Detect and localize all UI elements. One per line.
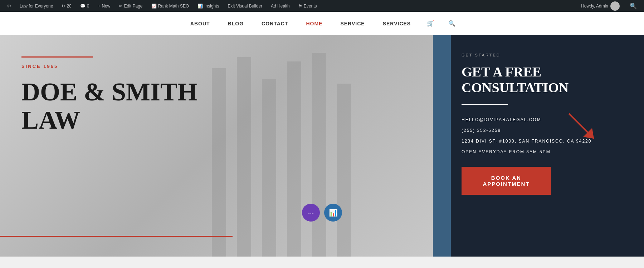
- updates-item[interactable]: ↻ 20: [58, 0, 75, 12]
- avatar: [610, 1, 620, 11]
- new-label: New: [102, 4, 110, 9]
- comments-count: 0: [87, 4, 89, 9]
- dark-sidebar: [433, 35, 451, 257]
- consultation-title: GET A FREE CONSULTATION: [462, 64, 623, 95]
- firm-name-line1: DOE & SMITH: [21, 78, 197, 106]
- hero-background: [0, 35, 433, 257]
- wp-icon: ⚙: [7, 4, 11, 9]
- nav-services[interactable]: Services: [381, 21, 413, 26]
- red-arrow: [562, 106, 605, 149]
- consultation-panel: GET STARTED GET A FREE CONSULTATION HELL…: [433, 35, 644, 257]
- pencil-icon: ✏: [119, 4, 122, 9]
- exit-builder-label: Exit Visual Builder: [228, 4, 263, 9]
- edit-page-item[interactable]: ✏ Edit Page: [115, 0, 146, 12]
- comment-icon: 💬: [80, 4, 86, 9]
- rank-math-item[interactable]: 📈 Rank Math SEO: [148, 0, 193, 12]
- exit-builder-item[interactable]: Exit Visual Builder: [224, 0, 266, 12]
- firm-name: DOE & SMITH LAW: [21, 78, 197, 134]
- howdy-label: Howdy, Admin: [581, 4, 608, 9]
- hero-columns: [130, 35, 433, 257]
- admin-bar: ⚙ Law for Everyone ↻ 20 💬 0 + New ✏ Edit…: [0, 0, 644, 12]
- column-4: [287, 61, 301, 257]
- nav-about[interactable]: About: [189, 21, 212, 26]
- plus-icon: +: [98, 4, 100, 9]
- firm-name-line2: LAW: [21, 106, 197, 134]
- howdy-item[interactable]: Howdy, Admin: [577, 0, 623, 12]
- hero-panel: SINCE 1965 DOE & SMITH LAW: [0, 35, 433, 257]
- divider-line: [462, 104, 508, 105]
- floating-buttons: ··· 📊: [302, 204, 342, 222]
- ad-health-item[interactable]: Ad Health: [267, 0, 293, 12]
- red-line-top: [21, 56, 93, 58]
- new-item[interactable]: + New: [94, 0, 114, 12]
- column-1: [212, 68, 226, 257]
- insights-icon: 📊: [197, 4, 203, 9]
- site-name-item[interactable]: Law for Everyone: [16, 0, 57, 12]
- since-text: SINCE 1965: [21, 64, 58, 69]
- admin-bar-right: Howdy, Admin 🔍: [577, 0, 640, 12]
- red-line-bottom: [0, 236, 233, 237]
- nav-service[interactable]: Service: [338, 21, 366, 26]
- column-3: [262, 79, 276, 257]
- nav-home[interactable]: Home: [304, 21, 324, 26]
- column-2: [237, 57, 251, 257]
- edit-page-label: Edit Page: [124, 4, 142, 9]
- get-started-label: GET STARTED: [462, 53, 623, 57]
- book-appointment-button[interactable]: Book An Appointment: [462, 167, 551, 195]
- nav-search-icon[interactable]: 🔍: [448, 20, 455, 27]
- nav-blog[interactable]: Blog: [226, 21, 245, 26]
- insights-item[interactable]: 📊 Insights: [194, 0, 223, 12]
- search-icon[interactable]: 🔍: [626, 3, 640, 9]
- contact-hours: OPEN EVERYDAY FROM 8AM-5PM: [462, 149, 623, 154]
- column-5: [312, 53, 326, 257]
- updates-icon: ↻: [62, 4, 65, 9]
- learn-more-bar: ⌄ LEARN MORE: [0, 257, 644, 268]
- cart-icon[interactable]: 🛒: [427, 20, 434, 27]
- ad-health-label: Ad Health: [271, 4, 290, 9]
- flag-icon: ⚑: [298, 4, 302, 9]
- admin-bar-left: ⚙ Law for Everyone ↻ 20 💬 0 + New ✏ Edit…: [4, 0, 577, 12]
- nav-contact[interactable]: Contact: [260, 21, 290, 26]
- rank-math-label: Rank Math SEO: [158, 4, 189, 9]
- floating-menu-button[interactable]: ···: [302, 204, 320, 222]
- comments-item[interactable]: 💬 0: [77, 0, 93, 12]
- nav-bar: About Blog Contact Home Service Services…: [0, 12, 644, 35]
- column-6: [337, 84, 351, 257]
- dots-icon: ···: [308, 209, 314, 217]
- chart-bar-icon: 📈: [151, 4, 157, 9]
- events-item[interactable]: ⚑ Events: [295, 0, 321, 12]
- site-name-label: Law for Everyone: [20, 4, 53, 9]
- wp-logo-item[interactable]: ⚙: [4, 0, 15, 12]
- updates-count: 20: [67, 4, 71, 9]
- insights-label: Insights: [204, 4, 219, 9]
- insights-float-icon: 📊: [329, 208, 338, 217]
- events-label: Events: [304, 4, 317, 9]
- floating-insights-button[interactable]: 📊: [324, 204, 342, 222]
- main-content: SINCE 1965 DOE & SMITH LAW GET STARTED G…: [0, 35, 644, 257]
